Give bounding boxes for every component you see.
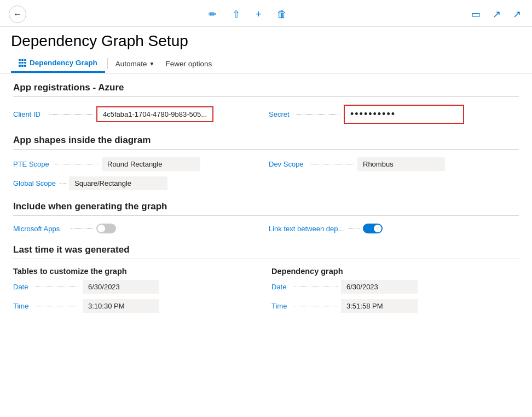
client-id-dots (49, 114, 93, 115)
tables-date-dots (36, 287, 79, 287)
link-text-label: Link text between dep... (269, 225, 345, 233)
pte-scope-value[interactable]: Round Rectangle (102, 157, 200, 171)
microsoft-apps-dots (71, 229, 93, 229)
shapes-section-header: App shapes inside the diagram (13, 135, 519, 150)
tables-time-dots (36, 306, 79, 306)
dependency-date-group: Date 6/30/2023 (271, 280, 519, 294)
tab-automate-label: Automate (115, 60, 147, 68)
tab-fewer-options[interactable]: Fewer options (160, 55, 217, 72)
tables-time-group: Time 3:10:30 PM (13, 299, 261, 313)
grid-cell-2 (21, 59, 24, 61)
link-text-group: Link text between dep... (269, 224, 519, 233)
shapes-section: App shapes inside the diagram PTE Scope … (13, 135, 519, 190)
external-link-icon: ↗ (493, 8, 501, 20)
top-bar-left: ← (9, 5, 26, 23)
dev-scope-dots (310, 164, 354, 164)
delete-button[interactable]: 🗑 (275, 7, 289, 22)
dependency-time-row: Time 3:51:58 PM (271, 299, 519, 313)
global-scope-group: Global Scope Square/Rectangle (13, 176, 167, 190)
dependency-date-row: Date 6/30/2023 (271, 280, 519, 294)
add-button[interactable]: + (253, 7, 264, 22)
secret-label: Secret (269, 110, 293, 118)
link-text-toggle[interactable] (363, 224, 383, 233)
top-bar-center: ✏ ⇧ + 🗑 (206, 6, 289, 22)
dependency-date-dots (294, 287, 338, 287)
back-icon: ← (13, 9, 22, 19)
grid-cell-8 (21, 65, 24, 67)
dependency-time-label: Time (271, 302, 291, 310)
include-section: Include when generating the graph Micros… (13, 201, 519, 233)
grid-cell-6 (24, 62, 26, 64)
last-generated-columns: Tables to customize the graph Date 6/30/… (13, 267, 519, 318)
pte-scope-label: PTE Scope (13, 160, 51, 168)
client-id-label: Client ID (13, 110, 46, 118)
top-bar-right: ▭ ↗ ↗ (469, 6, 523, 22)
azure-section: App registrations - Azure Client ID 4c5f… (13, 82, 519, 124)
chevron-down-icon: ▼ (149, 61, 155, 67)
pte-scope-group: PTE Scope Round Rectangle (13, 157, 263, 171)
tables-date-group: Date 6/30/2023 (13, 280, 261, 294)
edit-button[interactable]: ✏ (206, 6, 219, 22)
page-title: Dependency Graph Setup (0, 27, 532, 54)
last-generated-section: Last time it was generated Tables to cus… (13, 244, 519, 318)
tables-subtitle: Tables to customize the graph (13, 267, 261, 276)
expand-icon: ↗ (513, 8, 521, 20)
back-button[interactable]: ← (9, 5, 26, 23)
grid-cell-5 (21, 62, 24, 64)
dependency-date-label: Date (271, 283, 291, 291)
azure-section-header: App registrations - Azure (13, 82, 519, 97)
secret-group: Secret •••••••••• (269, 105, 519, 124)
grid-cell-1 (19, 59, 21, 61)
microsoft-apps-toggle[interactable] (96, 224, 116, 233)
client-id-group: Client ID 4c5faba1-1704-4780-9b83-505... (13, 106, 263, 122)
dev-scope-value[interactable]: Rhombus (357, 157, 445, 171)
tab-dependency-graph[interactable]: Dependency Graph (11, 54, 105, 73)
tab-separator (107, 58, 108, 69)
tables-time-row: Time 3:10:30 PM (13, 299, 261, 313)
dependency-time-dots (294, 306, 338, 306)
shapes-row1: PTE Scope Round Rectangle Dev Scope Rhom… (13, 157, 519, 171)
tables-time-label: Time (13, 302, 32, 310)
tab-fewer-options-label: Fewer options (165, 60, 212, 68)
bookmark-button[interactable]: ▭ (469, 6, 483, 22)
edit-icon: ✏ (209, 8, 217, 20)
secret-value[interactable]: •••••••••• (344, 105, 464, 124)
global-scope-dots (60, 183, 66, 184)
grid-icon (19, 59, 26, 67)
shapes-row2: Global Scope Square/Rectangle (13, 176, 519, 190)
include-section-header: Include when generating the graph (13, 201, 519, 216)
expand-button[interactable]: ↗ (511, 6, 523, 22)
dependency-time-value: 3:51:58 PM (341, 299, 418, 313)
tab-dependency-graph-label: Dependency Graph (30, 59, 97, 67)
include-row: Microsoft Apps Link text between dep... (13, 224, 519, 233)
share-icon: ⇧ (232, 8, 240, 20)
client-id-value[interactable]: 4c5faba1-1704-4780-9b83-505... (96, 106, 213, 122)
pte-scope-dots (55, 164, 99, 164)
dependency-time-group: Time 3:51:58 PM (271, 299, 519, 313)
external-link-button[interactable]: ↗ (490, 6, 503, 22)
content-area: App registrations - Azure Client ID 4c5f… (0, 73, 532, 338)
share-button[interactable]: ⇧ (230, 6, 242, 22)
tables-date-label: Date (13, 283, 32, 291)
dev-scope-label: Dev Scope (269, 160, 307, 168)
secret-dots (297, 114, 340, 115)
grid-cell-7 (19, 65, 21, 67)
global-scope-value[interactable]: Square/Rectangle (69, 176, 167, 190)
tab-automate[interactable]: Automate ▼ (110, 55, 160, 72)
last-generated-header: Last time it was generated (13, 244, 519, 259)
delete-icon: 🗑 (277, 9, 287, 20)
dev-scope-group: Dev Scope Rhombus (269, 157, 519, 171)
tables-date-row: Date 6/30/2023 (13, 280, 261, 294)
dependency-column: Dependency graph Date 6/30/2023 Time 3:5… (271, 267, 519, 318)
tables-column: Tables to customize the graph Date 6/30/… (13, 267, 261, 318)
global-scope-label: Global Scope (13, 179, 57, 187)
dependency-date-value: 6/30/2023 (341, 280, 418, 294)
tables-date-value: 6/30/2023 (83, 280, 159, 294)
dependency-subtitle: Dependency graph (271, 267, 519, 276)
add-icon: + (256, 9, 262, 20)
grid-cell-3 (24, 59, 26, 61)
microsoft-apps-label: Microsoft Apps (13, 225, 68, 233)
azure-fields-row: Client ID 4c5faba1-1704-4780-9b83-505...… (13, 105, 519, 124)
grid-cell-4 (19, 62, 21, 64)
microsoft-apps-group: Microsoft Apps (13, 224, 263, 233)
